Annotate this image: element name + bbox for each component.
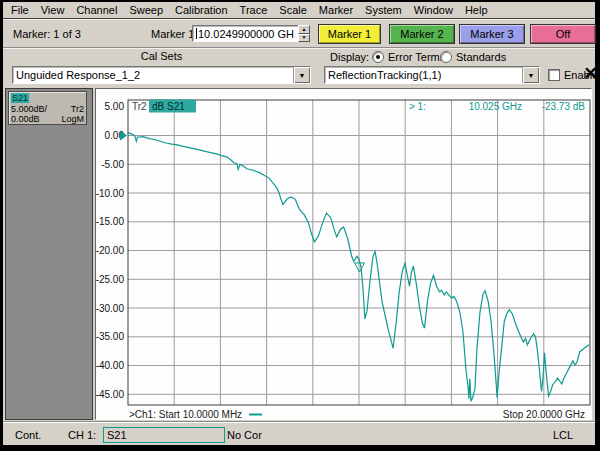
marker-readout-freq: 10.025 GHz [469,101,522,112]
trace-sidebar: S21 5.000dB/ Tr2 0.00dB LogM [5,88,93,420]
app-window: File View Channel Sweep Calibration Trac… [3,2,595,445]
menu-calibration[interactable]: Calibration [169,4,234,16]
radio-icon[interactable] [440,51,452,63]
trace-id-label: Tr2 [71,104,84,115]
close-toolbar-button[interactable]: ✕ [581,63,600,84]
trace-label[interactable]: dB S21 [152,101,185,112]
dropdown-arrow-icon[interactable]: ▼ [293,67,310,83]
svg-text:-35.00: -35.00 [96,331,124,342]
status-bar: Cont. CH 1: S21 No Cor LCL [3,422,595,446]
display-label: Display: [330,51,369,63]
menu-scale[interactable]: Scale [273,4,313,16]
chart-grid [128,100,590,405]
cal-set-value: Unguided Response_1_2 [13,69,293,81]
radio-error-terms[interactable]: Error Terms [372,51,445,63]
marker-3-button[interactable]: Marker 3 [459,24,525,44]
svg-text:-15.00: -15.00 [96,216,124,227]
trace-format-label: LogM [61,114,84,125]
svg-text:5.00: 5.00 [105,101,125,112]
svg-text:-10.00: -10.00 [96,188,124,199]
text-caret [196,28,197,39]
marker-stimulus-stepper: ▲ ▼ [298,25,310,42]
menu-channel[interactable]: Channel [70,4,123,16]
cal-set-combobox[interactable]: Unguided Response_1_2 ▼ [12,66,311,84]
reference-level-arrow-right-icon [591,131,592,141]
menu-help[interactable]: Help [459,4,494,16]
radio-standards-label: Standards [456,51,506,63]
spin-down-button[interactable]: ▼ [298,34,310,43]
correction-status: No Cor [227,429,262,441]
marker-off-button[interactable]: Off [530,24,596,44]
lcl-status: LCL [553,429,573,441]
svg-text:-40.00: -40.00 [96,360,124,371]
y-axis-labels: 5.000.00-5.00-10.00-15.00-20.00-25.00-30… [96,101,124,400]
marker-2-button[interactable]: Marker 2 [389,24,455,44]
trace-scale-label: 5.000dB/ [11,104,47,115]
trace-label-prefix: Tr2 [132,101,147,112]
dropdown-arrow-icon[interactable]: ▼ [522,67,539,83]
marker-stimulus-value: 10.0249900000 GH [198,28,294,40]
menu-sweep[interactable]: Sweep [123,4,169,16]
menu-system[interactable]: System [359,4,408,16]
error-term-combobox[interactable]: ReflectionTracking(1,1) ▼ [324,66,540,84]
radio-icon[interactable] [372,51,384,63]
main-area: S21 5.000dB/ Tr2 0.00dB LogM 5.000.00-5.… [3,88,595,420]
marker-readout-value: -23.73 dB [542,101,586,112]
plot-panel: 5.000.00-5.00-10.00-15.00-20.00-25.00-30… [95,88,592,420]
spin-up-button[interactable]: ▲ [298,25,310,34]
marker-status-label: Marker: 1 of 3 [13,28,81,40]
menu-trace[interactable]: Trace [234,4,274,16]
menu-view[interactable]: View [35,4,71,16]
trace-status-panel[interactable]: S21 5.000dB/ Tr2 0.00dB LogM [8,91,87,125]
marker-stimulus-label: Marker 1 [151,28,194,40]
radio-error-terms-label: Error Terms [388,51,445,63]
menu-bar: File View Channel Sweep Calibration Trac… [3,2,595,19]
sweep-status: Cont. [15,429,41,441]
marker-readout-prefix: > 1: [409,101,426,112]
measurement-box[interactable]: S21 [103,427,225,443]
channel-label: CH 1: [68,429,96,441]
svg-text:-25.00: -25.00 [96,274,124,285]
menu-marker[interactable]: Marker [313,4,359,16]
chart-svg: 5.000.00-5.00-10.00-15.00-20.00-25.00-30… [96,89,592,420]
cal-sets-label: Cal Sets [12,50,311,62]
marker-stimulus-input[interactable]: 10.0249900000 GH [192,25,300,42]
marker-toolbar: Marker: 1 of 3 Marker 1 10.0249900000 GH… [3,21,595,48]
menu-file[interactable]: File [5,4,35,16]
cal-sets-toolbar: Cal Sets Unguided Response_1_2 ▼ Display… [3,48,595,88]
svg-text:-20.00: -20.00 [96,245,124,256]
x-axis-stop-label: Stop 20.0000 GHz [503,409,585,420]
error-term-value: ReflectionTracking(1,1) [325,69,522,81]
trace-reference-label: 0.00dB [11,114,40,125]
x-axis-start-label: >Ch1: Start 10.0000 MHz [129,409,242,420]
svg-text:-45.00: -45.00 [96,389,124,400]
checkbox-icon[interactable] [548,69,560,81]
trace-name-badge: S21 [11,93,29,103]
menu-window[interactable]: Window [408,4,459,16]
marker-1-button[interactable]: Marker 1 [318,24,381,44]
svg-text:-5.00: -5.00 [101,159,124,170]
svg-text:-30.00: -30.00 [96,303,124,314]
radio-standards[interactable]: Standards [440,51,506,63]
